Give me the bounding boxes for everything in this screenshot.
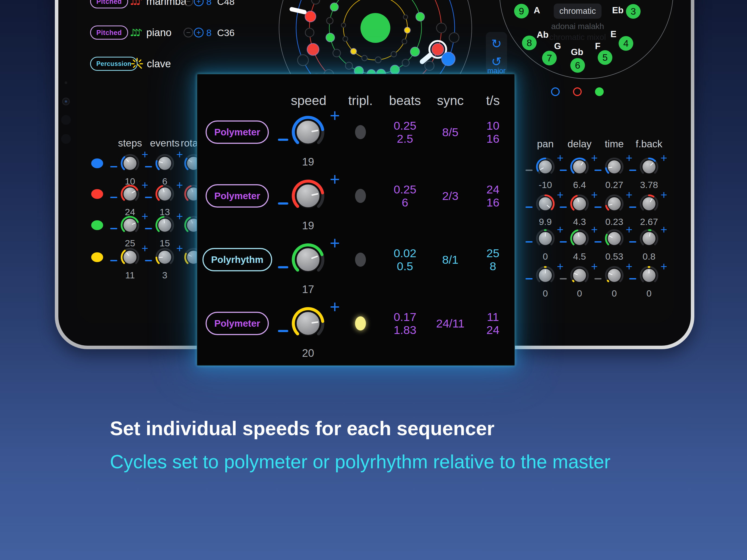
sequencer-color-dot[interactable] (91, 189, 103, 199)
knob-pan[interactable]: +0 (535, 229, 556, 248)
increment-button[interactable]: + (176, 211, 183, 222)
knob-speed[interactable]: +19 (290, 114, 326, 150)
decrement-button[interactable] (560, 278, 567, 279)
scale-select[interactable]: chromatic (554, 3, 601, 19)
increment-button[interactable]: + (661, 224, 667, 236)
increment-button[interactable]: + (330, 171, 340, 188)
increment-button[interactable]: + (557, 224, 564, 236)
decrement-button[interactable] (145, 197, 152, 198)
knob-pan[interactable]: +-10 (535, 157, 556, 177)
increment-button[interactable]: + (330, 298, 340, 316)
increment-button[interactable]: + (626, 224, 633, 236)
increment-button[interactable]: + (330, 107, 340, 124)
ring-mode-dot-1[interactable] (573, 87, 582, 96)
knob-time[interactable]: +0.27 (604, 157, 624, 177)
decrement-button[interactable] (110, 197, 117, 198)
knob-delay[interactable]: +4.5 (569, 229, 590, 248)
knob-steps[interactable]: +25 (120, 215, 140, 235)
decrement-button[interactable] (560, 207, 567, 208)
knob-steps[interactable]: +24 (120, 184, 140, 204)
decrement-button[interactable] (525, 207, 533, 208)
knob-events[interactable]: +6 (155, 153, 175, 174)
note-button-Ab[interactable]: 8 (522, 35, 537, 50)
knob-speed[interactable]: +20 (290, 306, 326, 341)
track-name[interactable]: piano (146, 27, 172, 38)
decrement-button[interactable] (278, 139, 288, 141)
decrement-button[interactable] (278, 266, 288, 268)
sequencer-color-dot[interactable] (91, 158, 103, 168)
decrement-button[interactable] (560, 241, 567, 243)
decrement-button[interactable] (525, 169, 533, 171)
note-button-Gb[interactable]: 6 (570, 58, 585, 73)
sequencer-color-dot[interactable] (91, 220, 103, 230)
ring-mode-dot-0[interactable] (551, 87, 560, 96)
decrement-button[interactable] (145, 260, 152, 261)
knob-delay[interactable]: +4.3 (569, 194, 590, 214)
increment-button[interactable]: + (557, 189, 564, 201)
note-button-G[interactable]: 7 (542, 51, 557, 65)
triplet-toggle[interactable] (355, 189, 366, 203)
decrement-button[interactable] (278, 330, 288, 332)
track-name[interactable]: marimba (146, 0, 186, 7)
increment-button[interactable]: + (591, 189, 598, 201)
decrement-button[interactable] (525, 241, 533, 243)
increment-button[interactable]: + (141, 149, 148, 160)
knob-f.back[interactable]: +2.67 (639, 194, 659, 214)
triplet-toggle[interactable] (355, 316, 366, 330)
knob-f.back[interactable]: +3.78 (639, 157, 659, 177)
octave-down-button[interactable]: − (183, 28, 193, 37)
root-note-value[interactable]: C36 (217, 27, 234, 38)
increment-button[interactable]: + (141, 211, 148, 222)
knob-speed[interactable]: +19 (290, 178, 326, 214)
note-button-A[interactable]: 9 (514, 4, 529, 19)
decrement-button[interactable] (110, 260, 117, 261)
decrement-button[interactable] (110, 228, 117, 229)
increment-button[interactable]: + (626, 261, 633, 272)
increment-button[interactable]: + (176, 149, 183, 160)
increment-button[interactable]: + (557, 153, 564, 164)
increment-button[interactable]: + (626, 153, 633, 164)
knob-time[interactable]: +0 (604, 265, 624, 286)
increment-button[interactable]: + (661, 153, 667, 164)
octave-up-button[interactable]: + (194, 28, 204, 37)
knob-f.back[interactable]: +0.8 (639, 229, 659, 248)
increment-button[interactable]: + (141, 180, 148, 191)
decrement-button[interactable] (629, 169, 636, 171)
track-type-badge[interactable]: Pitched (90, 0, 128, 8)
increment-button[interactable]: + (330, 234, 340, 252)
knob-delay[interactable]: +0 (569, 265, 590, 286)
decrement-button[interactable] (145, 228, 152, 229)
knob-pan[interactable]: +0 (535, 265, 556, 286)
knob-time[interactable]: +0.23 (604, 194, 624, 214)
decrement-button[interactable] (629, 278, 636, 279)
decrement-button[interactable] (560, 169, 567, 171)
increment-button[interactable]: + (661, 261, 667, 272)
root-note-value[interactable]: C48 (217, 0, 234, 7)
knob-f.back[interactable]: +0 (639, 265, 659, 286)
decrement-button[interactable] (110, 166, 117, 167)
mode-pill-polymeter[interactable]: Polymeter (205, 312, 269, 335)
decrement-button[interactable] (525, 278, 533, 279)
increment-button[interactable]: + (557, 261, 564, 272)
decrement-button[interactable] (594, 207, 601, 208)
sequencer-color-dot[interactable] (91, 252, 103, 262)
ring-mode-dot-2[interactable] (595, 87, 604, 96)
note-button-Eb[interactable]: 3 (626, 4, 641, 19)
triplet-toggle[interactable] (355, 252, 366, 267)
mode-pill-polymeter[interactable]: Polymeter (205, 184, 269, 208)
decrement-button[interactable] (145, 166, 152, 167)
increment-button[interactable]: + (591, 153, 598, 164)
redo-icon[interactable]: ↻ (491, 37, 502, 50)
increment-button[interactable]: + (141, 243, 148, 254)
note-button-F[interactable]: 5 (598, 50, 612, 65)
undo-icon[interactable]: ↺ (491, 55, 502, 68)
knob-speed[interactable]: +17 (290, 242, 326, 277)
knob-events[interactable]: +15 (155, 215, 175, 235)
knob-delay[interactable]: +6.4 (569, 157, 590, 177)
increment-button[interactable]: + (661, 189, 667, 201)
increment-button[interactable]: + (176, 180, 183, 191)
knob-events[interactable]: +13 (155, 184, 175, 204)
decrement-button[interactable] (629, 241, 636, 243)
mode-pill-polyrhythm[interactable]: Polyrhythm (203, 248, 272, 271)
increment-button[interactable]: + (591, 261, 598, 272)
